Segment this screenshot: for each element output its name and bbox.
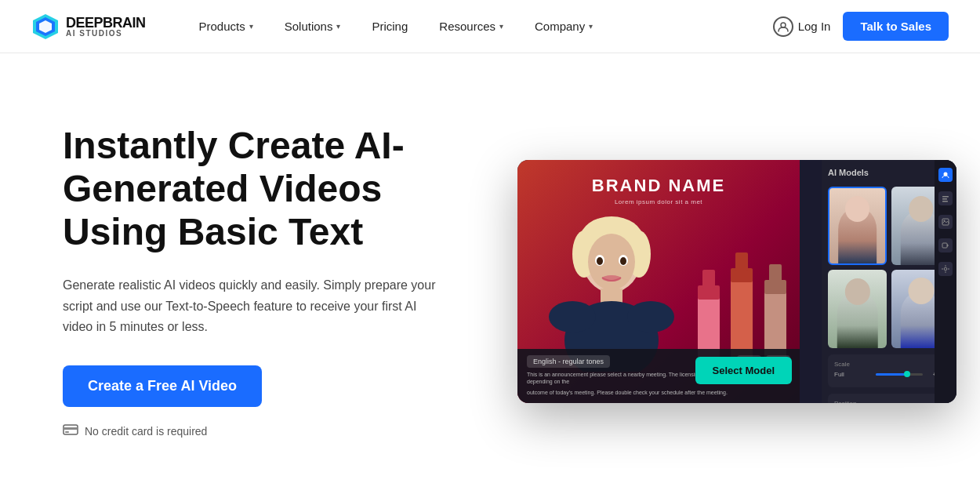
svg-point-41 [942, 268, 943, 270]
svg-rect-29 [769, 264, 782, 283]
nav-item-pricing[interactable]: Pricing [356, 0, 423, 53]
svg-point-19 [620, 257, 626, 265]
brand-subtitle: AI STUDIOS [66, 30, 146, 38]
chevron-down-icon: ▾ [336, 22, 340, 31]
no-credit-note: No credit card is required [63, 423, 470, 439]
user-icon [773, 16, 793, 37]
svg-point-11 [588, 234, 635, 290]
svg-point-39 [945, 265, 946, 267]
scale-label: Scale [834, 361, 944, 368]
svg-rect-32 [942, 198, 947, 200]
svg-rect-23 [702, 270, 715, 289]
logo[interactable]: DEEPBRAIN AI STUDIOS [31, 13, 146, 41]
hero-title: Instantly Create AI-Generated Videos Usi… [63, 124, 470, 254]
nav-item-resources[interactable]: Resources ▾ [423, 0, 519, 53]
svg-point-20 [602, 275, 621, 282]
svg-rect-5 [64, 427, 78, 430]
svg-marker-37 [947, 244, 949, 247]
chevron-down-icon: ▾ [249, 22, 253, 31]
nav-item-company[interactable]: Company ▾ [519, 0, 608, 53]
model-grid [828, 187, 950, 348]
svg-point-15 [627, 301, 674, 332]
svg-rect-33 [942, 201, 948, 202]
select-model-button[interactable]: Select Model [695, 357, 792, 384]
create-free-video-button[interactable]: Create a Free AI Video [63, 365, 262, 407]
strip-icon-models[interactable] [938, 168, 953, 182]
preview-lang: English - regular tones [527, 355, 610, 368]
hero-right: BRAND NAME Lorem ipsum dolor sit a met [517, 160, 956, 403]
strip-icon-image[interactable] [938, 215, 953, 229]
credit-card-icon [63, 423, 78, 439]
brand-overlay-title: BRAND NAME [592, 176, 725, 196]
login-button[interactable]: Log In [773, 16, 831, 37]
strip-icon-text[interactable] [938, 191, 953, 205]
svg-point-38 [944, 267, 947, 271]
nav-links: Products ▾ Solutions ▾ Pricing Resources… [183, 0, 773, 53]
svg-point-18 [597, 257, 603, 265]
svg-point-42 [948, 268, 949, 270]
app-preview: BRAND NAME Lorem ipsum dolor sit a met [517, 160, 956, 403]
nav-right: Log In Talk to Sales [773, 12, 949, 41]
hero-left: Instantly Create AI-Generated Videos Usi… [63, 124, 470, 440]
brand-overlay-subtitle: Lorem ipsum dolor sit a met [615, 198, 702, 205]
svg-point-40 [945, 271, 946, 273]
strip-icon-video[interactable] [938, 238, 953, 252]
nav-item-products[interactable]: Products ▾ [183, 0, 269, 53]
talk-to-sales-button[interactable]: Talk to Sales [843, 12, 949, 41]
chevron-down-icon: ▾ [589, 22, 593, 31]
model-thumb-1[interactable] [828, 187, 887, 265]
position-section: Position X 24 Y [828, 394, 950, 403]
sidebar-title: AI Models [828, 168, 950, 177]
svg-rect-36 [942, 243, 947, 248]
svg-rect-31 [942, 196, 949, 198]
svg-rect-6 [65, 431, 69, 433]
scale-slider[interactable] [876, 373, 923, 376]
model-thumb-3[interactable] [828, 270, 887, 348]
login-label: Log In [798, 20, 831, 33]
hero-section: Instantly Create AI-Generated Videos Usi… [0, 53, 980, 494]
svg-rect-26 [735, 252, 748, 271]
icon-strip [935, 160, 956, 403]
brand-name: DEEPBRAIN [66, 16, 146, 30]
scale-section: Scale Full +1% [828, 354, 950, 387]
navbar: DEEPBRAIN AI STUDIOS Products ▾ Solution… [0, 0, 980, 53]
position-label: Position [834, 400, 944, 403]
chevron-down-icon: ▾ [499, 22, 503, 31]
logo-icon [31, 13, 60, 41]
svg-point-14 [549, 301, 596, 332]
no-credit-text: No credit card is required [85, 425, 207, 438]
svg-point-3 [781, 23, 786, 27]
strip-icon-settings[interactable] [938, 262, 953, 276]
hero-description: Generate realistic AI videos quickly and… [63, 275, 439, 337]
preview-text-line2: outcome of today's meeting. Please doubl… [527, 389, 790, 397]
nav-item-solutions[interactable]: Solutions ▾ [269, 0, 357, 53]
